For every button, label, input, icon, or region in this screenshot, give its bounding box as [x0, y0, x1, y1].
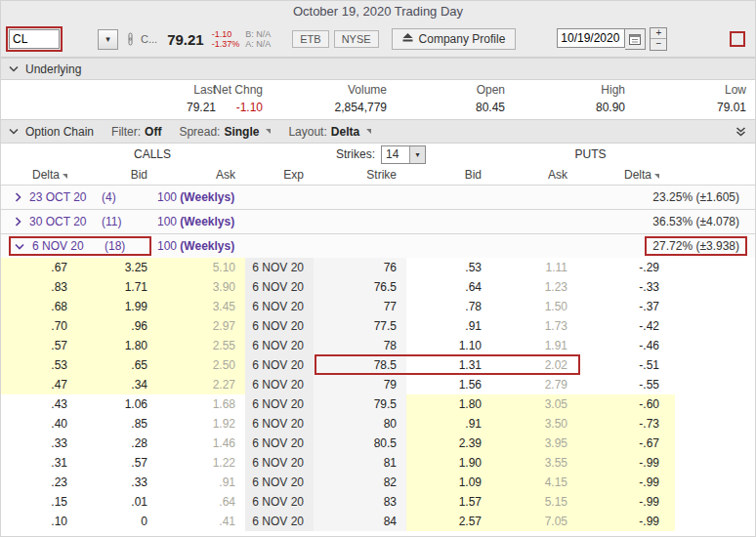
cell-exp[interactable]: 6 NOV 20: [245, 434, 314, 453]
cell-put-ask[interactable]: 3.50: [491, 414, 577, 434]
layout-control[interactable]: Layout: Delta: [288, 125, 371, 139]
cell-exp[interactable]: 6 NOV 20: [245, 414, 314, 434]
cell-put-ask[interactable]: 1.11: [491, 258, 577, 277]
cell-put-delta[interactable]: -.99: [577, 512, 675, 531]
cell-strike[interactable]: 83: [314, 492, 406, 512]
cell-put-delta[interactable]: -.99: [577, 453, 675, 473]
column-header-ask[interactable]: Ask: [157, 165, 245, 185]
cell-put-ask[interactable]: 4.15: [491, 473, 577, 492]
cell-put-delta[interactable]: -.60: [577, 394, 675, 414]
cell-call-ask[interactable]: 2.55: [157, 336, 245, 355]
cell-put-ask[interactable]: 2.02: [491, 355, 577, 375]
cell-put-delta[interactable]: -.29: [577, 258, 675, 277]
cell-call-ask[interactable]: 1.68: [157, 394, 245, 414]
column-header-bid[interactable]: Bid: [77, 165, 157, 185]
cell-exp[interactable]: 6 NOV 20: [245, 355, 314, 375]
cell-put-bid[interactable]: .53: [406, 258, 491, 277]
cell-call-ask[interactable]: 5.10: [157, 258, 245, 277]
cell-put-bid[interactable]: 1.31: [406, 355, 491, 375]
strikes-select[interactable]: 14 ▾: [381, 145, 426, 164]
cell-call-bid[interactable]: 3.25: [77, 258, 157, 277]
cell-put-bid[interactable]: 1.90: [406, 453, 491, 473]
column-header-ask[interactable]: Ask: [491, 165, 577, 185]
cell-exp[interactable]: 6 NOV 20: [245, 453, 314, 473]
cell-call-ask[interactable]: 3.90: [157, 277, 245, 297]
cell-put-delta[interactable]: -.67: [577, 434, 675, 453]
cell-put-delta[interactable]: -.42: [577, 316, 675, 336]
cell-call-bid[interactable]: .65: [77, 355, 157, 375]
company-profile-button[interactable]: Company Profile: [392, 28, 517, 50]
cell-call-delta[interactable]: .31: [1, 453, 77, 473]
cell-put-bid[interactable]: 1.57: [406, 492, 491, 512]
cell-call-delta[interactable]: .43: [1, 394, 77, 414]
cell-call-bid[interactable]: .85: [77, 414, 157, 434]
cell-put-delta[interactable]: -.33: [577, 277, 675, 297]
column-header-exp[interactable]: Exp: [245, 165, 314, 185]
cell-strike[interactable]: 84: [314, 512, 406, 531]
column-header-bid[interactable]: Bid: [406, 165, 491, 185]
expiration-label-group[interactable]: 30 OCT 20(11): [9, 212, 151, 231]
filter-control[interactable]: Filter: Off: [111, 125, 161, 139]
cell-call-delta[interactable]: .70: [1, 316, 77, 336]
cell-strike[interactable]: 80: [314, 414, 406, 434]
cell-put-bid[interactable]: 1.56: [406, 375, 491, 394]
cell-call-bid[interactable]: .28: [77, 434, 157, 453]
cell-exp[interactable]: 6 NOV 20: [245, 258, 314, 277]
cell-strike[interactable]: 82: [314, 473, 406, 492]
cell-exp[interactable]: 6 NOV 20: [245, 492, 314, 512]
spread-control[interactable]: Spread: Single: [179, 125, 271, 139]
cell-put-delta[interactable]: -.37: [577, 297, 675, 316]
cell-put-bid[interactable]: 2.39: [406, 434, 491, 453]
cell-call-bid[interactable]: 1.06: [77, 394, 157, 414]
cell-strike[interactable]: 77: [314, 297, 406, 316]
cell-exp[interactable]: 6 NOV 20: [245, 512, 314, 531]
cell-call-delta[interactable]: .23: [1, 473, 77, 492]
expiration-label-group[interactable]: 23 OCT 20(4): [9, 187, 151, 207]
cell-call-delta[interactable]: .47: [1, 375, 77, 394]
cell-exp[interactable]: 6 NOV 20: [245, 316, 314, 336]
cell-call-bid[interactable]: 0: [77, 512, 157, 531]
cell-call-bid[interactable]: .01: [77, 492, 157, 512]
cell-put-ask[interactable]: 3.95: [491, 434, 577, 453]
cell-put-ask[interactable]: 7.05: [491, 512, 577, 531]
option-chain-title-group[interactable]: Option Chain: [9, 125, 94, 139]
cell-call-bid[interactable]: .57: [77, 453, 157, 473]
cell-call-delta[interactable]: .68: [1, 297, 77, 316]
cell-exp[interactable]: 6 NOV 20: [245, 394, 314, 414]
cell-put-ask[interactable]: 1.23: [491, 277, 577, 297]
cell-call-ask[interactable]: 1.92: [157, 414, 245, 434]
cell-call-delta[interactable]: .33: [1, 434, 77, 453]
date-stepper[interactable]: + −: [650, 27, 667, 51]
cell-put-bid[interactable]: 1.10: [406, 336, 491, 355]
cell-put-ask[interactable]: 2.79: [491, 375, 577, 394]
cell-strike[interactable]: 79: [314, 375, 406, 394]
cell-call-bid[interactable]: 1.99: [77, 297, 157, 316]
cell-put-bid[interactable]: 2.57: [406, 512, 491, 531]
cell-put-ask[interactable]: 5.15: [491, 492, 577, 512]
symbol-dropdown-button[interactable]: ▾: [98, 29, 118, 50]
cell-call-ask[interactable]: 3.45: [157, 297, 245, 316]
expiration-row[interactable]: 23 OCT 20(4)100 (Weeklys)23.25% (±1.605): [1, 185, 755, 209]
cell-exp[interactable]: 6 NOV 20: [245, 277, 314, 297]
cell-strike[interactable]: 76.5: [314, 277, 406, 297]
cell-call-delta[interactable]: .10: [1, 512, 77, 531]
cell-strike[interactable]: 77.5: [314, 316, 406, 336]
cell-call-delta[interactable]: .40: [1, 414, 77, 434]
cell-put-bid[interactable]: .91: [406, 414, 491, 434]
cell-put-bid[interactable]: 1.09: [406, 473, 491, 492]
expiration-row[interactable]: 6 NOV 20(18)100 (Weeklys)27.72% (±3.938): [1, 233, 755, 258]
cell-call-bid[interactable]: .96: [77, 316, 157, 336]
cell-put-bid[interactable]: .78: [406, 297, 491, 316]
cell-strike[interactable]: 81: [314, 453, 406, 473]
cell-exp[interactable]: 6 NOV 20: [245, 473, 314, 492]
cell-call-bid[interactable]: .33: [77, 473, 157, 492]
link-icon[interactable]: [126, 32, 135, 46]
cell-call-bid[interactable]: 1.80: [77, 336, 157, 355]
underlying-section-header[interactable]: Underlying: [1, 58, 755, 80]
cell-put-delta[interactable]: -.99: [577, 473, 675, 492]
cell-put-ask[interactable]: 1.91: [491, 336, 577, 355]
cell-strike[interactable]: 79.5: [314, 394, 406, 414]
cell-put-delta[interactable]: -.55: [577, 375, 675, 394]
cell-exp[interactable]: 6 NOV 20: [245, 297, 314, 316]
cell-put-delta[interactable]: -.46: [577, 336, 675, 355]
